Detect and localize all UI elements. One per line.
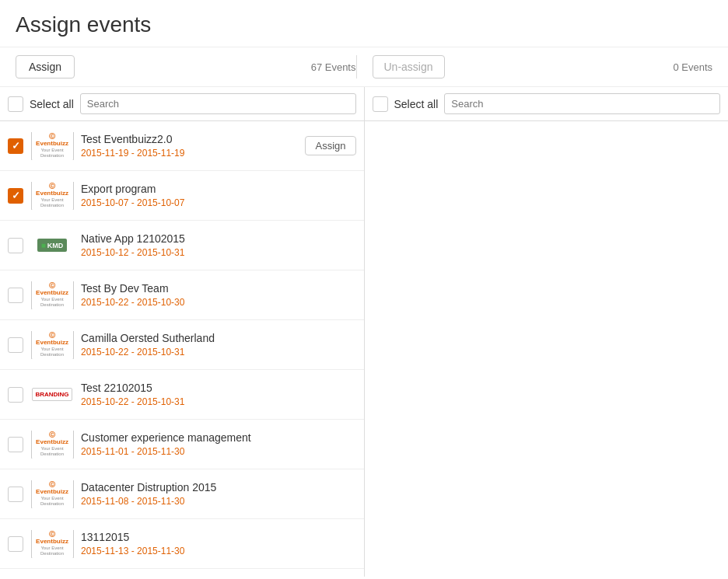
left-panel-header: Select all — [0, 87, 364, 121]
event-date: 2015-11-01 - 2015-11-30 — [81, 446, 356, 457]
event-date: 2015-10-07 - 2015-10-07 — [81, 197, 356, 208]
event-name: Test By Dev Team — [81, 282, 356, 295]
right-select-all-checkbox[interactable] — [373, 96, 388, 112]
event-date: 2015-10-22 - 2015-10-30 — [81, 297, 356, 308]
event-logo: Ⓒ EventbuizzYour Event Destination — [30, 431, 75, 459]
event-info: 131120152015-11-13 - 2015-11-30 — [81, 531, 356, 556]
event-info: Export program2015-10-07 - 2015-10-07 — [81, 183, 356, 208]
event-info: Test By Dev Team2015-10-22 - 2015-10-30 — [81, 282, 356, 308]
list-item: ■ KMDNative App 121020152015-10-12 - 201… — [0, 221, 364, 270]
event-date: 2015-11-08 - 2015-11-30 — [81, 496, 356, 507]
event-logo: Ⓒ EventbuizzYour Event Destination — [30, 480, 75, 508]
event-info: Customer experience management2015-11-01… — [81, 431, 356, 457]
left-event-count: 67 Events — [311, 61, 356, 73]
event-date: 2015-11-19 - 2015-11-19 — [81, 148, 299, 159]
event-name: Datacenter Distruption 2015 — [81, 481, 356, 494]
event-checkbox[interactable] — [8, 437, 23, 452]
list-item: Ⓒ EventbuizzYour Event DestinationCamill… — [0, 320, 364, 370]
right-panel-header: Select all — [365, 87, 729, 121]
event-logo: BRANDING — [30, 381, 75, 409]
event-date: 2015-10-22 - 2015-10-31 — [81, 347, 356, 358]
event-info: Datacenter Distruption 20152015-11-08 - … — [81, 481, 356, 507]
event-assign-button[interactable]: Assign — [305, 136, 355, 155]
unassign-button[interactable]: Un-assign — [373, 55, 445, 78]
panels: Select all Ⓒ EventbuizzYour Event Destin… — [0, 87, 728, 577]
page-header: Assign events — [0, 0, 728, 47]
right-event-count: 0 Events — [673, 61, 712, 73]
event-checkbox[interactable] — [8, 138, 23, 154]
event-logo: ■ KMD — [30, 232, 75, 260]
left-search-input[interactable] — [80, 93, 356, 114]
event-checkbox[interactable] — [8, 188, 23, 204]
event-info: Native App 121020152015-10-12 - 2015-10-… — [81, 232, 356, 258]
left-select-all-checkbox[interactable] — [8, 96, 23, 112]
event-logo: Ⓒ EventbuizzYour Event Destination — [30, 331, 75, 359]
left-event-list: Ⓒ EventbuizzYour Event DestinationTest E… — [0, 121, 364, 577]
event-checkbox[interactable] — [8, 487, 23, 502]
left-select-all-label: Select all — [30, 98, 74, 110]
event-name: Customer experience management — [81, 431, 356, 444]
toolbar-right: Un-assign 0 Events — [357, 55, 713, 78]
list-item: Ⓒ EventbuizzYour Event DestinationExport… — [0, 171, 364, 221]
right-event-list — [365, 121, 729, 577]
event-name: Test 22102015 — [81, 382, 356, 394]
event-logo: Ⓒ EventbuizzYour Event Destination — [30, 281, 75, 309]
list-item: Ⓒ EventbuizzYour Event DestinationDatace… — [0, 469, 364, 519]
event-logo: Ⓒ EventbuizzYour Event Destination — [30, 132, 75, 160]
event-logo: Ⓒ EventbuizzYour Event Destination — [30, 530, 75, 558]
event-date: 2015-10-12 - 2015-10-31 — [81, 247, 356, 258]
event-name: Test Eventbuizz2.0 — [81, 133, 299, 145]
right-select-all-label: Select all — [394, 98, 439, 110]
list-item: Ⓒ EventbuizzYour Event DestinationTest B… — [0, 270, 364, 320]
event-checkbox[interactable] — [8, 238, 23, 253]
event-checkbox[interactable] — [8, 288, 23, 303]
left-panel: Select all Ⓒ EventbuizzYour Event Destin… — [0, 87, 365, 577]
event-date: 2015-11-13 - 2015-11-30 — [81, 546, 356, 556]
assign-button[interactable]: Assign — [16, 55, 75, 78]
event-checkbox[interactable] — [8, 337, 23, 353]
page-title: Assign events — [16, 12, 712, 37]
event-name: 13112015 — [81, 531, 356, 543]
right-search-input[interactable] — [444, 93, 720, 114]
list-item: BRANDINGTest 221020152015-10-22 - 2015-1… — [0, 370, 364, 420]
event-checkbox[interactable] — [8, 536, 23, 552]
event-info: Test 221020152015-10-22 - 2015-10-31 — [81, 382, 356, 407]
event-info: Camilla Oersted Sutherland2015-10-22 - 2… — [81, 332, 356, 358]
event-info: Test Eventbuizz2.02015-11-19 - 2015-11-1… — [81, 133, 299, 159]
list-item: Ⓒ EventbuizzYour Event Destination131120… — [0, 519, 364, 569]
event-name: Export program — [81, 183, 356, 195]
event-logo: Ⓒ EventbuizzYour Event Destination — [30, 182, 75, 210]
list-item: Ⓒ EventbuizzYour Event DestinationCustom… — [0, 420, 364, 469]
event-date: 2015-10-22 - 2015-10-31 — [81, 396, 356, 407]
list-item: Ⓒ EventbuizzYour Event DestinationTest E… — [0, 121, 364, 171]
event-name: Camilla Oersted Sutherland — [81, 332, 356, 344]
event-name: Native App 12102015 — [81, 232, 356, 245]
right-panel: Select all — [365, 87, 729, 577]
toolbar-left: Assign 67 Events — [16, 55, 356, 78]
toolbar: Assign 67 Events Un-assign 0 Events — [0, 47, 728, 87]
event-checkbox[interactable] — [8, 387, 23, 403]
